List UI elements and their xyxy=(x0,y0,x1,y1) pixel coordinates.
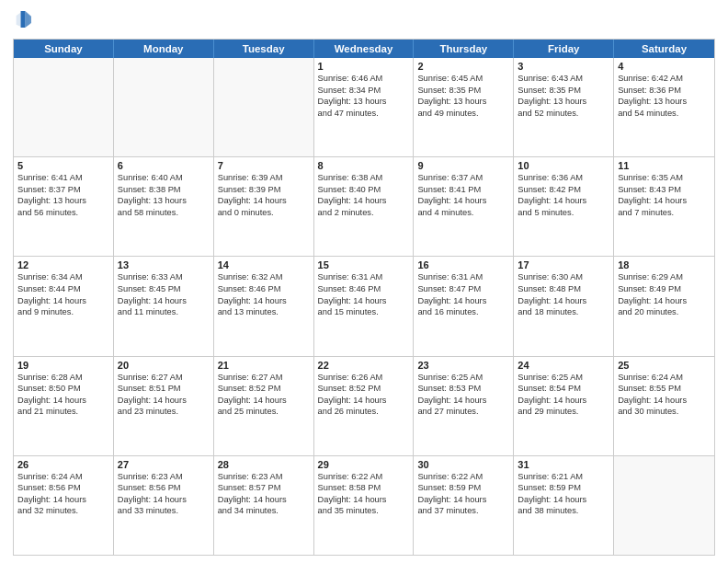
calendar-header: SundayMondayTuesdayWednesdayThursdayFrid… xyxy=(14,40,714,58)
cell-info-line: Sunrise: 6:42 AM xyxy=(618,73,711,85)
cell-info-line: Sunset: 8:34 PM xyxy=(318,85,410,97)
cell-info-line: Daylight: 14 hours xyxy=(17,494,109,506)
cell-info-line: and 58 minutes. xyxy=(118,207,210,219)
cell-info-line: Sunset: 8:39 PM xyxy=(218,184,310,196)
day-number: 10 xyxy=(518,160,609,171)
cell-info-line: Sunrise: 6:40 AM xyxy=(118,172,210,184)
calendar-cell: 17Sunrise: 6:30 AMSunset: 8:48 PMDayligh… xyxy=(514,257,614,355)
cell-info-line: Sunrise: 6:21 AM xyxy=(518,471,609,483)
cell-info-line: Sunset: 8:58 PM xyxy=(318,482,410,494)
cell-info-line: Sunrise: 6:46 AM xyxy=(318,73,410,85)
cell-info-line: Sunrise: 6:25 AM xyxy=(518,372,609,384)
cell-info-line: Daylight: 14 hours xyxy=(218,295,310,307)
cell-info-line: Daylight: 14 hours xyxy=(218,494,310,506)
cell-info-line: and 33 minutes. xyxy=(118,505,210,517)
cell-info-line: Sunrise: 6:24 AM xyxy=(618,372,711,384)
cell-info-line: Sunrise: 6:43 AM xyxy=(518,73,609,85)
day-number: 15 xyxy=(318,259,410,270)
calendar-week-1: 1Sunrise: 6:46 AMSunset: 8:34 PMDaylight… xyxy=(14,58,714,157)
cell-info-line: and 15 minutes. xyxy=(318,306,410,318)
calendar-cell: 10Sunrise: 6:36 AMSunset: 8:42 PMDayligh… xyxy=(514,157,614,256)
calendar-week-3: 12Sunrise: 6:34 AMSunset: 8:44 PMDayligh… xyxy=(14,257,714,356)
cell-info-line: Daylight: 14 hours xyxy=(17,395,109,407)
cell-info-line: Sunrise: 6:31 AM xyxy=(318,271,410,283)
cell-info-line: and 20 minutes. xyxy=(618,306,711,318)
cell-info-line: Daylight: 14 hours xyxy=(118,395,210,407)
cell-info-line: and 32 minutes. xyxy=(17,505,109,517)
cell-info-line: Sunset: 8:41 PM xyxy=(417,184,509,196)
header-day-wednesday: Wednesday xyxy=(314,40,415,58)
cell-info-line: Daylight: 14 hours xyxy=(618,295,711,307)
page: SundayMondayTuesdayWednesdayThursdayFrid… xyxy=(0,0,728,563)
day-number: 4 xyxy=(618,61,711,72)
cell-info-line: Sunrise: 6:36 AM xyxy=(518,172,609,184)
cell-info-line: and 25 minutes. xyxy=(218,406,310,418)
header-day-tuesday: Tuesday xyxy=(214,40,314,58)
cell-info-line: Daylight: 14 hours xyxy=(318,395,410,407)
calendar-cell: 18Sunrise: 6:29 AMSunset: 8:49 PMDayligh… xyxy=(614,257,714,355)
cell-info-line: and 16 minutes. xyxy=(417,306,509,318)
cell-info-line: and 56 minutes. xyxy=(17,207,109,219)
cell-info-line: Sunrise: 6:37 AM xyxy=(417,172,509,184)
cell-info-line: Daylight: 14 hours xyxy=(618,395,711,407)
day-number: 29 xyxy=(318,459,410,470)
cell-info-line: Sunset: 8:37 PM xyxy=(17,184,109,196)
cell-info-line: and 13 minutes. xyxy=(218,306,310,318)
cell-info-line: and 47 minutes. xyxy=(318,108,410,120)
cell-info-line: Sunset: 8:52 PM xyxy=(318,383,410,395)
cell-info-line: Sunset: 8:35 PM xyxy=(518,85,609,97)
cell-info-line: Sunset: 8:59 PM xyxy=(518,482,609,494)
cell-info-line: Daylight: 14 hours xyxy=(17,295,109,307)
calendar-cell xyxy=(14,58,114,156)
cell-info-line: Daylight: 14 hours xyxy=(417,295,509,307)
calendar-cell: 15Sunrise: 6:31 AMSunset: 8:46 PMDayligh… xyxy=(314,257,415,355)
day-number: 16 xyxy=(417,259,509,270)
calendar-cell: 2Sunrise: 6:45 AMSunset: 8:35 PMDaylight… xyxy=(414,58,514,156)
calendar-cell: 23Sunrise: 6:25 AMSunset: 8:53 PMDayligh… xyxy=(414,357,514,455)
cell-info-line: Sunrise: 6:38 AM xyxy=(318,172,410,184)
cell-info-line: Sunrise: 6:26 AM xyxy=(318,372,410,384)
cell-info-line: Sunset: 8:51 PM xyxy=(118,383,210,395)
day-number: 7 xyxy=(218,160,310,171)
calendar-cell: 26Sunrise: 6:24 AMSunset: 8:56 PMDayligh… xyxy=(14,456,114,555)
day-number: 13 xyxy=(118,259,210,270)
day-number: 6 xyxy=(118,160,210,171)
day-number: 28 xyxy=(218,459,310,470)
cell-info-line: Sunrise: 6:41 AM xyxy=(17,172,109,184)
cell-info-line: Daylight: 14 hours xyxy=(218,195,310,207)
cell-info-line: Sunset: 8:36 PM xyxy=(618,85,711,97)
cell-info-line: Sunrise: 6:24 AM xyxy=(17,471,109,483)
cell-info-line: Sunset: 8:35 PM xyxy=(417,85,509,97)
cell-info-line: and 7 minutes. xyxy=(618,207,711,219)
calendar-body: 1Sunrise: 6:46 AMSunset: 8:34 PMDaylight… xyxy=(14,58,714,555)
cell-info-line: and 34 minutes. xyxy=(218,505,310,517)
calendar-week-4: 19Sunrise: 6:28 AMSunset: 8:50 PMDayligh… xyxy=(14,357,714,456)
calendar-cell xyxy=(114,58,214,156)
cell-info-line: Sunrise: 6:22 AM xyxy=(318,471,410,483)
day-number: 26 xyxy=(17,459,109,470)
cell-info-line: Daylight: 13 hours xyxy=(318,96,410,108)
calendar-cell: 25Sunrise: 6:24 AMSunset: 8:55 PMDayligh… xyxy=(614,357,714,455)
calendar-cell xyxy=(614,456,714,555)
calendar-cell: 12Sunrise: 6:34 AMSunset: 8:44 PMDayligh… xyxy=(14,257,114,355)
cell-info-line: Daylight: 14 hours xyxy=(318,494,410,506)
day-number: 22 xyxy=(318,360,410,371)
calendar-cell: 7Sunrise: 6:39 AMSunset: 8:39 PMDaylight… xyxy=(214,157,314,256)
cell-info-line: Sunset: 8:57 PM xyxy=(218,482,310,494)
day-number: 14 xyxy=(218,259,310,270)
logo-icon xyxy=(15,9,31,29)
calendar-cell: 27Sunrise: 6:23 AMSunset: 8:56 PMDayligh… xyxy=(114,456,214,555)
logo xyxy=(13,9,31,33)
cell-info-line: Sunset: 8:38 PM xyxy=(118,184,210,196)
header-day-saturday: Saturday xyxy=(614,40,714,58)
cell-info-line: and 11 minutes. xyxy=(118,306,210,318)
calendar-cell: 4Sunrise: 6:42 AMSunset: 8:36 PMDaylight… xyxy=(614,58,714,156)
cell-info-line: Sunset: 8:43 PM xyxy=(618,184,711,196)
calendar-cell: 20Sunrise: 6:27 AMSunset: 8:51 PMDayligh… xyxy=(114,357,214,455)
cell-info-line: and 2 minutes. xyxy=(318,207,410,219)
day-number: 21 xyxy=(218,360,310,371)
calendar-cell: 3Sunrise: 6:43 AMSunset: 8:35 PMDaylight… xyxy=(514,58,614,156)
calendar-cell: 13Sunrise: 6:33 AMSunset: 8:45 PMDayligh… xyxy=(114,257,214,355)
calendar-week-2: 5Sunrise: 6:41 AMSunset: 8:37 PMDaylight… xyxy=(14,157,714,257)
cell-info-line: Sunrise: 6:33 AM xyxy=(118,271,210,283)
